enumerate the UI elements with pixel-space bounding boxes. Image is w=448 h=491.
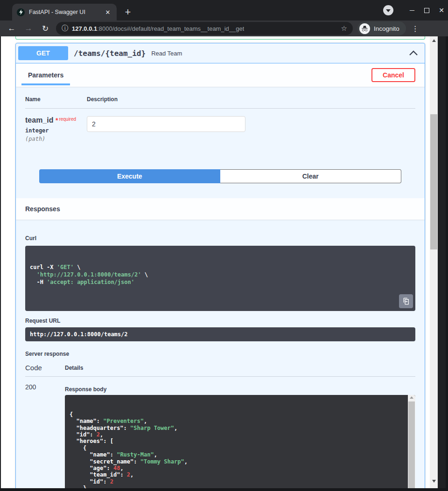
tab-close-icon[interactable]: ✕ — [104, 8, 112, 16]
opblock-summary[interactable]: GET /teams/{team_id} Read Team — [16, 43, 425, 63]
parameters-tab-label: Parameters — [25, 71, 66, 79]
tab-parameters[interactable]: Parameters — [25, 63, 66, 87]
url-bar[interactable]: ⓘ 127.0.0.1:8000/docs#/default/read_team… — [56, 22, 353, 35]
param-location: (path) — [25, 136, 87, 142]
get-teams-opblock: GET /teams/{team_id} Read Team Parameter… — [15, 43, 425, 488]
response-body-block: { "name": "Preventers", "headquarters": … — [65, 395, 415, 488]
incognito-icon — [359, 23, 370, 34]
response-json: { "name": "Preventers", "headquarters": … — [70, 411, 403, 488]
site-info-icon[interactable]: ⓘ — [62, 24, 68, 33]
required-asterisk: * — [56, 117, 58, 124]
http-method-badge: GET — [18, 46, 68, 60]
page-scrollbar-thumb[interactable] — [430, 114, 437, 249]
scroll-up-icon[interactable] — [408, 396, 415, 399]
swagger-page: GET /teams/{team_id} Read Team Parameter… — [1, 36, 438, 488]
request-url-block: http://127.0.0.1:8000/teams/2 — [25, 327, 415, 341]
reload-icon[interactable]: ↻ — [40, 24, 50, 34]
active-tab-underline — [21, 83, 70, 85]
required-label: required — [59, 117, 76, 122]
window-edge-bottom — [0, 488, 448, 491]
forward-icon[interactable]: → — [23, 24, 34, 33]
response-body-label: Response body — [65, 386, 415, 393]
browser-tab[interactable]: FastAPI - Swagger UI ✕ — [12, 4, 117, 21]
url-path: :8000/docs#/default/read_team_teams__tea… — [97, 25, 244, 32]
column-code: Code — [25, 364, 65, 372]
page-scroll-up-icon[interactable] — [430, 37, 438, 44]
back-icon[interactable]: ← — [7, 24, 17, 33]
browser-window: FastAPI - Swagger UI ✕ + ─ ✕ ← → ↻ ⓘ 127… — [0, 0, 448, 491]
maximize-button[interactable] — [424, 8, 429, 13]
param-row-team-id: team_id *required integer (path) — [25, 109, 415, 142]
window-controls: ─ ✕ — [383, 0, 445, 21]
param-type: integer — [25, 127, 87, 134]
column-name: Name — [25, 96, 87, 103]
response-scrollbar[interactable] — [408, 395, 415, 488]
url-host: 127.0.0.1 — [72, 25, 97, 32]
response-details: Response body { "name": "Preventers", "h… — [65, 382, 415, 488]
window-edge-right — [446, 36, 448, 491]
param-value-cell — [87, 116, 245, 142]
collapse-chevron-icon[interactable] — [409, 50, 418, 56]
url-text: 127.0.0.1:8000/docs#/default/read_team_t… — [72, 25, 244, 32]
team-id-input[interactable] — [87, 116, 245, 132]
clear-button[interactable]: Clear — [220, 169, 402, 183]
param-meta: team_id *required integer (path) — [25, 116, 87, 142]
execute-button[interactable]: Execute — [39, 169, 220, 183]
incognito-label: Incognito — [374, 25, 399, 32]
curl-command-block: curl -X 'GET' \ 'http://127.0.0.1:8000/t… — [25, 246, 415, 311]
responses-body: Curl curl -X 'GET' \ 'http://127.0.0.1:8… — [16, 220, 425, 488]
table-header-row: Name Description — [25, 96, 415, 109]
media-controls-button[interactable] — [383, 5, 393, 15]
status-code: 200 — [25, 382, 65, 488]
browser-menu-icon[interactable]: ⋮ — [412, 24, 419, 33]
incognito-badge: Incognito — [357, 21, 406, 35]
page-scrollbar[interactable] — [430, 36, 438, 488]
previous-endpoint-partial — [15, 36, 425, 40]
bookmark-star-icon[interactable]: ☆ — [341, 24, 347, 33]
curl-label: Curl — [25, 235, 36, 242]
column-description: Description — [87, 96, 118, 103]
tab-title: FastAPI - Swagger UI — [29, 9, 99, 15]
parameters-table: Name Description team_id *required integ… — [16, 87, 425, 183]
fastapi-favicon-icon — [17, 8, 25, 16]
response-scrollbar-thumb[interactable] — [408, 401, 415, 488]
new-tab-button[interactable]: + — [122, 7, 133, 18]
endpoint-path: /teams/{team_id} — [74, 49, 146, 58]
copy-to-clipboard-button[interactable] — [399, 294, 413, 308]
execute-row: Execute Clear — [39, 169, 401, 183]
curl-code: curl -X 'GET' \ 'http://127.0.0.1:8000/t… — [30, 263, 397, 286]
parameters-header: Parameters Cancel — [16, 63, 425, 87]
param-name: team_id — [25, 116, 53, 124]
page-scroll-down-icon[interactable] — [430, 478, 438, 484]
response-row-200: 200 Response body { "name": "Preventers"… — [25, 382, 415, 488]
responses-header: Responses — [16, 198, 425, 220]
server-response-label: Server response — [25, 351, 415, 357]
column-details: Details — [65, 365, 83, 371]
browser-toolbar: ← → ↻ ⓘ 127.0.0.1:8000/docs#/default/rea… — [0, 21, 448, 36]
window-close-button[interactable]: ✕ — [438, 7, 445, 14]
cancel-button[interactable]: Cancel — [371, 68, 415, 82]
minimize-button[interactable]: ─ — [408, 7, 416, 14]
request-url-label: Request URL — [25, 318, 415, 324]
browser-tab-bar: FastAPI - Swagger UI ✕ + ─ ✕ — [0, 0, 448, 21]
response-table-header: Code Details — [25, 364, 415, 377]
endpoint-summary: Read Team — [151, 50, 182, 57]
responses-title: Responses — [25, 205, 60, 213]
